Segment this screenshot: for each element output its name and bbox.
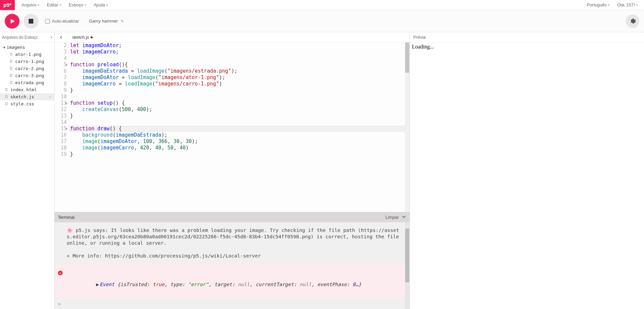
file-icon: 🗋 xyxy=(9,80,13,85)
folder-open-icon: ▼ xyxy=(3,46,5,49)
terminal-error: ✕ ▶Event {isTrusted: true, type: "error"… xyxy=(55,264,410,299)
file-item[interactable]: 🗋estrada.png xyxy=(0,79,54,86)
auto-refresh-label: Auto-atualizar xyxy=(52,19,79,24)
gear-icon xyxy=(629,18,636,25)
code-editor[interactable]: 2345▼67891011▼12131415▼16171819 let imag… xyxy=(55,42,410,212)
scrollbar-vertical[interactable] xyxy=(405,42,410,212)
terminal-scrollbar[interactable] xyxy=(405,222,410,309)
chevron-down-icon xyxy=(401,214,406,219)
terminal: Terminal Limpar 🌸 p5.js says: It looks l… xyxy=(55,212,410,309)
folder-imagens[interactable]: ▼ imagens xyxy=(0,44,54,51)
chevron-down-icon: ▾ xyxy=(60,3,61,7)
sketch-name[interactable]: Gamy hammer ✎ xyxy=(89,19,124,24)
play-icon xyxy=(9,18,15,24)
terminal-collapse-button[interactable] xyxy=(401,214,406,220)
file-icon: 🗋 xyxy=(9,52,13,57)
menu-esboco[interactable]: Esboço▾ xyxy=(66,1,89,9)
unsaved-dot-icon xyxy=(91,36,93,38)
sidebar-header[interactable]: Arquivos do Esboçc ▾ xyxy=(0,32,54,42)
chevron-down-icon: ▾ xyxy=(85,3,86,7)
menu-items: Arquivo▾ Editar▾ Esboço▾ Ajuda▾ xyxy=(19,1,584,9)
auto-refresh[interactable]: Auto-atualizar xyxy=(45,19,79,24)
chevron-down-icon: ▾ xyxy=(106,3,108,7)
error-icon: ✕ xyxy=(58,271,63,275)
preview-body: Loading... xyxy=(410,42,644,309)
code-body[interactable]: let imagemDoAtor;let imagemCarro; functi… xyxy=(69,42,405,212)
language-selector[interactable]: Português▾ xyxy=(584,1,612,9)
terminal-prompt[interactable]: > xyxy=(55,299,410,309)
chevron-down-icon: ▾ xyxy=(38,3,39,7)
file-item-active[interactable]: 🗋sketch.js▾ xyxy=(0,93,54,100)
terminal-body[interactable]: 🌸 p5.js says: It looks like there was a … xyxy=(55,222,410,309)
menu-ajuda[interactable]: Ajuda▾ xyxy=(91,1,110,9)
play-button[interactable] xyxy=(5,14,20,29)
settings-button[interactable] xyxy=(626,14,639,28)
file-item[interactable]: 🗋carro-1.png xyxy=(0,58,54,65)
top-menu: p5* Arquivo▾ Editar▾ Esboço▾ Ajuda▾ Port… xyxy=(0,0,644,10)
user-menu[interactable]: Olá, 157!▾ xyxy=(614,1,641,9)
auto-refresh-checkbox[interactable] xyxy=(45,19,50,24)
terminal-header: Terminal Limpar xyxy=(55,212,410,222)
stop-button[interactable] xyxy=(24,14,38,29)
file-tree: ▼ imagens 🗋ator-1.png 🗋carro-1.png 🗋carr… xyxy=(0,42,54,109)
p5-logo[interactable]: p5* xyxy=(0,0,15,10)
collapse-sidebar-button[interactable] xyxy=(55,32,68,42)
menu-right: Português▾ Olá, 157!▾ xyxy=(584,1,641,9)
sidebar: Arquivos do Esboçc ▾ ▼ imagens 🗋ator-1.p… xyxy=(0,32,55,309)
chevron-down-icon: ▾ xyxy=(608,3,610,7)
preview-header: Prévia xyxy=(410,32,644,42)
scroll-thumb[interactable] xyxy=(405,229,409,282)
tab-bar: sketch.js xyxy=(55,32,410,42)
file-icon: 🗋 xyxy=(9,59,13,64)
main: Arquivos do Esboçc ▾ ▼ imagens 🗋ator-1.p… xyxy=(0,32,644,309)
terminal-message: 🌸 p5.js says: It looks like there was a … xyxy=(55,222,410,264)
gutter: 2345▼67891011▼12131415▼16171819 xyxy=(55,42,69,212)
file-icon: 🗋 xyxy=(5,88,8,92)
file-icon: 🗋 xyxy=(5,95,8,99)
tab-sketch-js[interactable]: sketch.js xyxy=(68,32,97,42)
chevron-left-icon xyxy=(59,35,63,39)
terminal-clear-button[interactable]: Limpar xyxy=(385,215,399,220)
file-item[interactable]: 🗋index.html xyxy=(0,86,54,93)
file-icon: 🗋 xyxy=(5,102,8,106)
chevron-down-icon: ▾ xyxy=(51,35,52,39)
preview-column: Prévia Loading... xyxy=(410,32,644,309)
file-icon: 🗋 xyxy=(9,66,13,71)
scroll-thumb[interactable] xyxy=(405,42,409,73)
expand-icon[interactable]: ▶ xyxy=(96,282,99,287)
menu-editar[interactable]: Editar▾ xyxy=(44,1,64,9)
menu-arquivo[interactable]: Arquivo▾ xyxy=(19,1,42,9)
file-item[interactable]: 🗋carro-2.png xyxy=(0,65,54,72)
editor-column: sketch.js 2345▼67891011▼12131415▼1617181… xyxy=(55,32,410,309)
file-item[interactable]: 🗋ator-1.png xyxy=(0,51,54,58)
stop-icon xyxy=(29,19,33,24)
pencil-icon[interactable]: ✎ xyxy=(121,19,124,24)
file-icon: 🗋 xyxy=(9,73,13,78)
chevron-down-icon: ▾ xyxy=(49,95,51,99)
chevron-down-icon: ▾ xyxy=(636,3,638,7)
toolbar: Auto-atualizar Gamy hammer ✎ xyxy=(0,10,644,32)
file-item[interactable]: 🗋carro-3.png xyxy=(0,72,54,79)
file-item[interactable]: 🗋style.css xyxy=(0,100,54,107)
